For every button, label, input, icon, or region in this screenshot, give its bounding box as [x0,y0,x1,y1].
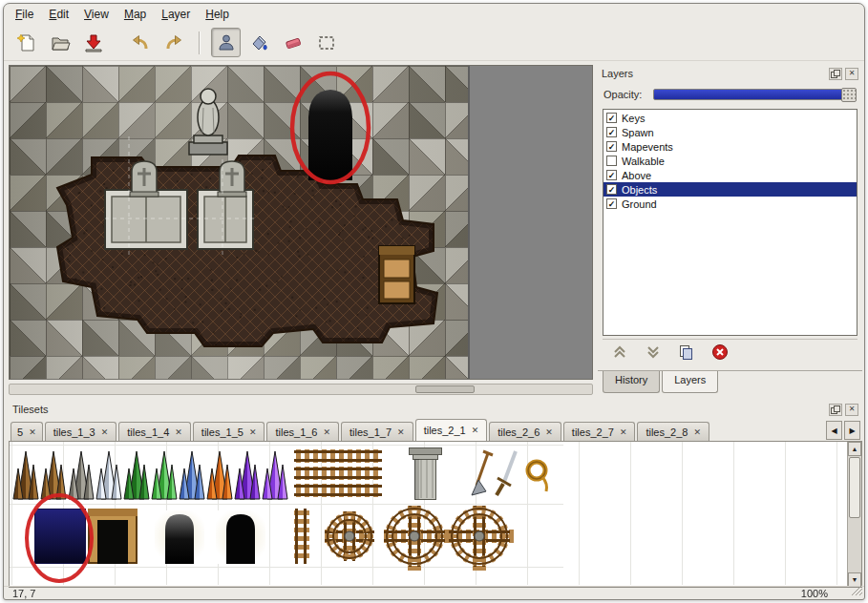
menu-layer[interactable]: Layer [154,5,198,24]
layer-visibility-checkbox[interactable]: ✓ [606,170,617,180]
fill-tool-button[interactable] [244,28,274,57]
object-stamp-tool-button[interactable] [211,28,241,57]
tab-close-icon[interactable]: ✕ [29,427,36,437]
scrollbar-thumb[interactable] [415,385,475,393]
layer-row-keys[interactable]: ✓Keys [603,111,857,125]
layer-actions [603,339,857,364]
close-panel-icon[interactable]: ✕ [845,404,858,416]
cursor-coordinates: 17, 7 [12,588,35,599]
tab-close-icon[interactable]: ✕ [249,427,257,437]
map-canvas[interactable] [10,66,592,379]
tileset-tab-tiles_2_6[interactable]: tiles_2_6✕ [489,422,561,442]
layer-name: Walkable [622,156,665,167]
tileset-tab-tiles_1_4[interactable]: tiles_1_4✕ [118,422,191,442]
layers-list[interactable]: ✓Keys✓Spawn✓MapeventsWalkable✓Above✓Obje… [603,109,857,336]
duplicate-layer-button[interactable] [677,343,696,362]
tab-close-icon[interactable]: ✕ [472,426,479,435]
menu-file[interactable]: File [8,5,41,24]
map-editor-window: FileEditViewMapLayerHelp Layers ✕ Opacit… [3,3,865,600]
scroll-tabs-left-icon[interactable]: ◀ [826,421,842,440]
layer-name: Ground [622,198,657,210]
redo-button[interactable] [159,28,188,57]
layer-visibility-checkbox[interactable]: ✓ [606,127,617,137]
tileset-tab-tiles_1_7[interactable]: tiles_1_7✕ [341,422,413,442]
menu-edit[interactable]: Edit [41,5,76,24]
layer-name: Keys [622,113,645,124]
map-viewport[interactable] [9,65,593,380]
menu-map[interactable]: Map [116,5,154,24]
tileset-tab-tiles_1_6[interactable]: tiles_1_6✕ [266,422,339,442]
delete-layer-button[interactable] [710,343,730,362]
tab-close-icon[interactable]: ✕ [693,427,701,437]
tab-close-icon[interactable]: ✕ [620,427,627,437]
eraser-tool-button[interactable] [278,28,307,57]
tab-label: 5 [17,426,23,438]
layer-visibility-checkbox[interactable]: ✓ [606,113,617,123]
lower-layer-button[interactable] [644,343,663,362]
tab-label: tiles_1_6 [275,426,317,438]
layer-row-objects[interactable]: ✓Objects [603,182,857,197]
new-file-button[interactable] [11,28,41,57]
tab-history[interactable]: History [603,371,660,393]
layer-name: Mapevents [622,141,673,153]
layer-visibility-checkbox[interactable] [606,156,617,166]
layer-visibility-checkbox[interactable]: ✓ [606,198,617,209]
tab-close-icon[interactable]: ✕ [175,427,182,437]
tileset-tab-tiles_1_3[interactable]: tiles_1_3✕ [45,422,117,442]
tab-label: tiles_1_5 [201,426,243,438]
tileset-tab-bar: 5✕tiles_1_3✕tiles_1_4✕tiles_1_5✕tiles_1_… [9,418,862,442]
raise-layer-button[interactable] [610,343,629,362]
float-panel-icon[interactable] [829,404,842,416]
tileset-content[interactable]: ▲ ▼ [9,442,862,588]
tileset-tab-tiles_2_1[interactable]: tiles_2_1✕ [415,419,488,442]
float-panel-icon[interactable] [829,68,842,80]
scrollbar-thumb[interactable] [849,457,860,518]
tab-close-icon[interactable]: ✕ [324,427,331,437]
tab-close-icon[interactable]: ✕ [545,427,553,437]
tab-close-icon[interactable]: ✕ [101,427,109,437]
tab-label: tiles_1_7 [349,426,392,438]
layers-panel: Layers ✕ Opacity: ✓Keys✓Spawn✓MapeventsW… [598,65,862,393]
menu-bar: FileEditViewMapLayerHelp [4,4,864,25]
layer-row-walkable[interactable]: Walkable [603,154,857,168]
open-file-button[interactable] [45,28,74,57]
close-panel-icon[interactable]: ✕ [845,68,858,80]
opacity-row: Opacity: [603,86,857,103]
layer-row-ground[interactable]: ✓Ground [603,197,857,211]
menu-view[interactable]: View [76,5,116,24]
layer-row-above[interactable]: ✓Above [603,168,857,182]
scroll-tabs-right-icon[interactable]: ▶ [844,421,860,440]
layer-row-mapevents[interactable]: ✓Mapevents [603,139,857,154]
undo-button[interactable] [125,28,155,57]
layers-history-tabs: HistoryLayers [598,370,862,393]
resize-grip[interactable] [851,584,863,598]
tileset-tab-tiles_2_8[interactable]: tiles_2_8✕ [637,422,709,442]
rect-select-tool-button[interactable] [311,28,341,57]
layer-name: Above [622,170,651,181]
layer-name: Spawn [622,127,654,138]
tab-layers[interactable]: Layers [662,371,718,393]
tileset-vertical-scrollbar[interactable]: ▲ ▼ [847,442,861,587]
menu-help[interactable]: Help [198,5,237,24]
tileset-canvas[interactable] [10,442,848,585]
tileset-tab-tiles_2_7[interactable]: tiles_2_7✕ [563,422,636,442]
tilesets-panel: Tilesets ✕ 5✕tiles_1_3✕tiles_1_4✕tiles_1… [9,401,862,588]
tileset-tab-tiles_1_5[interactable]: tiles_1_5✕ [193,422,265,442]
save-file-button[interactable] [78,28,108,57]
layers-panel-title: Layers [602,68,826,79]
layers-panel-header: Layers ✕ [600,65,860,82]
scroll-up-icon[interactable]: ▲ [848,442,861,456]
opacity-slider-handle[interactable] [841,88,857,102]
toolbar [4,25,864,61]
layer-visibility-checkbox[interactable]: ✓ [606,141,617,152]
tab-close-icon[interactable]: ✕ [397,427,405,437]
tilesets-panel-header: Tilesets ✕ [11,401,860,418]
map-horizontal-scrollbar[interactable] [9,384,593,395]
layer-row-spawn[interactable]: ✓Spawn [603,125,857,139]
layer-name: Objects [622,184,657,196]
layer-visibility-checkbox[interactable]: ✓ [606,184,617,195]
tab-scroll-buttons: ◀ ▶ [826,421,860,440]
tileset-tab-5[interactable]: 5✕ [11,422,43,442]
opacity-slider[interactable] [653,89,857,100]
tab-label: tiles_2_7 [572,426,614,438]
